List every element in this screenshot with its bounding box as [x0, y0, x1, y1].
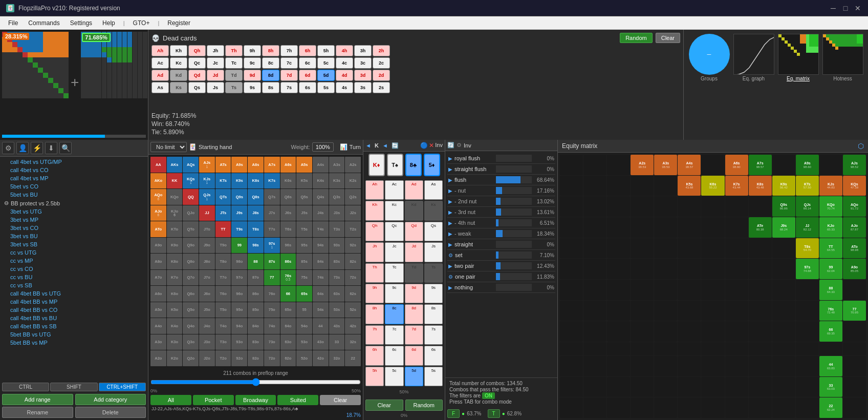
card-7h[interactable]: 7h: [280, 45, 298, 56]
eq-cell-10-10[interactable]: [796, 356, 819, 376]
pick-5s[interactable]: 5s: [424, 367, 443, 386]
pick-Ks[interactable]: Ks: [424, 201, 443, 220]
pick-6s[interactable]: 6s: [424, 346, 443, 365]
range-item-call4bet-bb-sb[interactable]: call 4bet BB vs SB: [0, 322, 148, 330]
hand-cell-KQs[interactable]: KQs1: [183, 173, 199, 189]
hand-cell-33[interactable]: 33: [329, 334, 345, 350]
clear-dead-button[interactable]: Clear: [656, 33, 680, 43]
eq-cell-11-5[interactable]: [678, 377, 701, 397]
eq-cell-10-5[interactable]: [678, 356, 701, 376]
hand-cell-87o[interactable]: 87o: [248, 270, 264, 286]
eq-cell-0-5[interactable]: A4s38.57: [678, 155, 701, 175]
eq-cell-8-0[interactable]: [560, 321, 583, 342]
hand-cell-76s[interactable]: 76s0.5: [280, 270, 296, 286]
hand-cell-A2o[interactable]: A2o: [150, 350, 166, 366]
eq-cell-2-5[interactable]: [678, 196, 701, 217]
eq-cell-4-3[interactable]: [631, 238, 654, 259]
eq-cell-6-5[interactable]: [678, 280, 701, 300]
hand-cell-99[interactable]: 99: [231, 238, 247, 254]
cat-arrow-2nut[interactable]: ▶: [448, 199, 452, 204]
card-5c[interactable]: 5c: [317, 57, 335, 69]
eq-cell-7-3[interactable]: [631, 301, 654, 321]
eq-cell-1-12[interactable]: KQs47.38: [843, 176, 866, 196]
broadway-button[interactable]: Broadway: [235, 395, 276, 405]
hand-cell-K7s[interactable]: K7s: [264, 173, 280, 189]
eq-cell-2-4[interactable]: [654, 196, 677, 217]
hand-cell-82s[interactable]: 82s: [345, 254, 361, 269]
pick-Td[interactable]: Td: [405, 263, 423, 283]
hand-cell-74o[interactable]: 74o: [264, 318, 280, 334]
eq-cell-2-11[interactable]: KQo70.74: [819, 196, 842, 217]
cat-arrow-3nut[interactable]: ▶: [448, 209, 452, 215]
cat-settings-icon[interactable]: ⚙: [457, 142, 462, 149]
pick-9h[interactable]: 9h: [365, 284, 384, 303]
hand-cell-97o[interactable]: 97o: [231, 270, 247, 286]
suited-button[interactable]: Suited: [277, 395, 318, 405]
eq-cell-8-5[interactable]: [678, 321, 701, 342]
hand-cell-JTs[interactable]: JTs: [215, 205, 231, 221]
card-Qh[interactable]: Qh: [188, 45, 206, 56]
card-Kh[interactable]: Kh: [170, 45, 187, 56]
range-item-call4bet-bb-mp[interactable]: call 4bet BB vs MP: [0, 298, 148, 306]
eq-cell-12-5[interactable]: [678, 397, 701, 418]
hand-cell-T6s[interactable]: T6s: [280, 221, 296, 237]
eq-cell-5-9[interactable]: [772, 259, 795, 279]
hand-cell-84s[interactable]: 84s: [313, 254, 329, 269]
hand-cell-85o[interactable]: 85o: [248, 302, 264, 318]
settings-icon[interactable]: ⚙: [2, 142, 14, 154]
card-Ts[interactable]: Ts: [225, 82, 243, 93]
eq-cell-4-4[interactable]: [654, 238, 677, 259]
hand-cell-JJ[interactable]: JJ: [199, 205, 215, 221]
hand-cell-K8o[interactable]: K8o: [167, 254, 183, 269]
eq-cell-8-7[interactable]: [725, 321, 748, 342]
hand-cell-A3s[interactable]: A3s: [329, 157, 345, 173]
eq-cell-0-10[interactable]: A9s98.60: [796, 155, 819, 175]
pick-Ac[interactable]: Ac: [385, 180, 403, 200]
eq-cell-6-2[interactable]: [607, 280, 630, 300]
pocket-button[interactable]: Pocket: [193, 395, 234, 405]
menu-help[interactable]: Help: [98, 18, 119, 28]
pick-Kd[interactable]: Kd: [405, 201, 423, 220]
filter-blue-icon[interactable]: 🔵: [420, 142, 428, 149]
maximize-button[interactable]: □: [841, 4, 850, 12]
eq-cell-6-9[interactable]: [772, 280, 795, 300]
eq-cell-5-12[interactable]: A9o85.05: [843, 259, 866, 279]
hand-cell-QTo[interactable]: QTo: [183, 221, 199, 237]
eq-cell-7-11[interactable]: 76s72.48: [819, 301, 842, 321]
hand-cell-K6o[interactable]: K6o: [167, 286, 183, 302]
board-card-Kd[interactable]: K♦: [368, 154, 385, 176]
eq-cell-10-9[interactable]: [772, 356, 795, 376]
hand-cell-93s[interactable]: 93s: [329, 238, 345, 254]
hand-cell-J7o[interactable]: J7o: [199, 270, 215, 286]
eq-cell-4-5[interactable]: [678, 238, 701, 259]
hand-cell-TT[interactable]: TT: [215, 221, 231, 237]
range-item-3bet-utg[interactable]: 3bet vs UTG: [0, 207, 148, 216]
hand-cell-Q2s[interactable]: Q2s: [345, 189, 361, 205]
hand-cell-T2s[interactable]: T2s: [345, 221, 361, 237]
eq-cell-10-1[interactable]: [583, 356, 606, 376]
eq-cell-3-10[interactable]: JJ82.12: [796, 217, 819, 238]
filter-t-button[interactable]: T: [488, 409, 500, 418]
eq-cell-12-4[interactable]: [654, 397, 677, 418]
pick-Th[interactable]: Th: [365, 263, 384, 283]
eq-cell-9-9[interactable]: [772, 342, 795, 355]
eq-cell-2-9[interactable]: Q9s86.86: [772, 196, 795, 217]
cat-arrow-4nut[interactable]: ▶: [448, 220, 452, 226]
hand-cell-52s[interactable]: 52s: [345, 302, 361, 318]
eq-cell-9-10[interactable]: [796, 342, 819, 355]
eq-cell-12-6[interactable]: [701, 397, 724, 418]
hand-cell-Q5s[interactable]: Q5s: [296, 189, 312, 205]
card-Kc[interactable]: Kc: [170, 57, 187, 69]
random-dead-button[interactable]: Random: [620, 33, 653, 43]
cat-arrow-op[interactable]: ⚙: [448, 274, 453, 280]
card-8s[interactable]: 8s: [262, 82, 279, 93]
hand-cell-K4o[interactable]: K4o: [167, 318, 183, 334]
minimize-button[interactable]: ─: [829, 4, 837, 12]
hand-cell-A3o[interactable]: A3o: [150, 334, 166, 350]
hand-cell-54s[interactable]: 54s: [313, 302, 329, 318]
card-Js[interactable]: Js: [207, 82, 224, 93]
hand-cell-AKo[interactable]: AKo: [150, 173, 166, 189]
eq-cell-3-9[interactable]: J9s68.24: [772, 217, 795, 238]
hand-cell-T3s[interactable]: T3s: [329, 221, 345, 237]
hand-cell-K5o[interactable]: K5o: [167, 302, 183, 318]
